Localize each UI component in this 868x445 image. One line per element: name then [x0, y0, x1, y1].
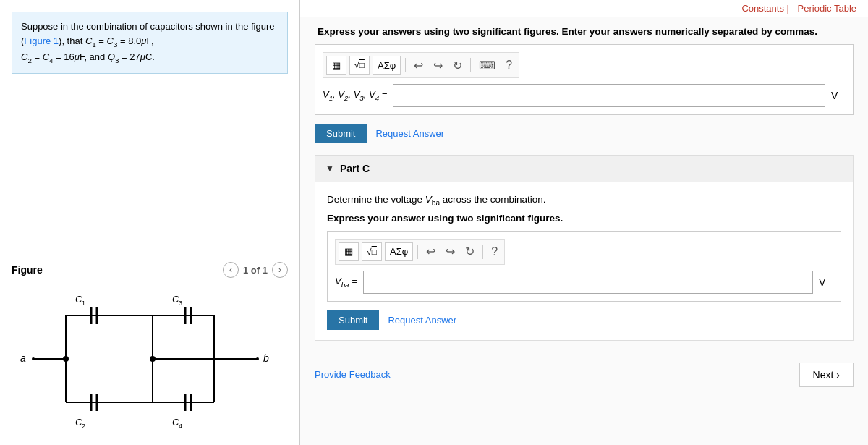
part-c-greek-button[interactable]: AΣφ [385, 242, 413, 261]
svg-text:2: 2 [82, 423, 85, 430]
help-button[interactable]: ? [502, 57, 516, 73]
top-bar: Constants | Periodic Table [300, 0, 868, 17]
part-b-answer-row: V1, V2, V3, V4 = V [323, 84, 846, 107]
keyboard-icon: ⌨ [479, 59, 495, 72]
figure-title: Figure [12, 264, 43, 276]
part-b-action-row: Submit Request Answer [315, 124, 854, 143]
content-area: Express your answers using two significa… [300, 17, 868, 403]
part-c-redo-button[interactable]: ↪ [442, 243, 459, 260]
part-c-section: ▼ Part C Determine the voltage Vba acros… [315, 155, 854, 341]
part-b-toolbar: ▦ √□ AΣφ ↩ ↪ ↻ [323, 52, 519, 78]
part-c-undo-button[interactable]: ↩ [422, 243, 439, 260]
part-c-help-button[interactable]: ? [488, 244, 501, 260]
matrix-icon: ▦ [332, 60, 341, 71]
provide-feedback-link[interactable]: Provide Feedback [315, 369, 391, 380]
figure-next-button[interactable]: › [272, 262, 288, 278]
part-c-request-answer-link[interactable]: Request Answer [388, 315, 456, 326]
figure-label: Figure ‹ 1 of 1 › [12, 262, 288, 278]
part-c-refresh-button[interactable]: ↻ [461, 243, 478, 260]
refresh-button[interactable]: ↻ [449, 57, 466, 74]
part-c-instruction: Express your answer using two significan… [327, 213, 841, 224]
figure-prev-button[interactable]: ‹ [223, 262, 239, 278]
figure-link[interactable]: Figure 1 [24, 35, 59, 46]
figure-nav: ‹ 1 of 1 › [223, 262, 288, 278]
greek-button[interactable]: AΣφ [373, 56, 401, 75]
part-c-toolbar: ▦ √□ AΣφ ↩ ↪ [335, 239, 505, 265]
next-label: Next [813, 369, 834, 381]
undo-button[interactable]: ↩ [410, 57, 427, 74]
figure-count: 1 of 1 [243, 265, 268, 276]
redo-icon: ↪ [433, 59, 443, 72]
part-c-answer-row: Vba = V [335, 271, 833, 294]
part-c-unit: V [819, 276, 833, 288]
greek-icon: AΣφ [378, 60, 396, 71]
keyboard-button[interactable]: ⌨ [475, 57, 499, 74]
refresh-icon: ↻ [453, 59, 462, 72]
part-c-action-row: Submit Request Answer [327, 310, 841, 330]
periodic-table-link[interactable]: Periodic Table [798, 3, 856, 14]
svg-text:b: b [263, 352, 269, 364]
part-c-submit-button[interactable]: Submit [327, 310, 379, 330]
right-panel: Constants | Periodic Table Express your … [300, 0, 868, 445]
part-c-answer-label: Vba = [335, 276, 357, 289]
part-c-toolbar-divider-2 [482, 245, 483, 259]
part-c-refresh-icon: ↻ [465, 245, 475, 258]
part-b-unit: V [831, 90, 846, 101]
part-b-submit-button[interactable]: Submit [315, 124, 367, 143]
part-b-answer-section: Express your answers using two significa… [315, 26, 854, 143]
part-c-header[interactable]: ▼ Part C [315, 156, 853, 182]
svg-point-29 [150, 356, 156, 362]
undo-icon: ↩ [414, 59, 423, 72]
next-button[interactable]: Next › [799, 363, 854, 387]
circuit-diagram: a b C 1 C 2 C 3 C 4 [12, 287, 286, 431]
part-c-body: Determine the voltage Vba across the com… [315, 182, 853, 340]
part-c-redo-icon: ↪ [446, 245, 455, 258]
part-c-sqrt-icon: √□ [367, 247, 377, 257]
svg-point-34 [256, 357, 259, 360]
constants-link[interactable]: Constants [741, 3, 784, 14]
part-b-answer-label: V1, V2, V3, V4 = [323, 89, 387, 102]
bottom-bar: Provide Feedback Next › [315, 355, 854, 394]
svg-text:4: 4 [179, 423, 182, 430]
redo-button[interactable]: ↪ [430, 57, 446, 74]
help-icon: ? [506, 59, 512, 71]
part-b-answer-input[interactable] [393, 84, 825, 107]
svg-text:a: a [20, 352, 26, 364]
left-panel: Suppose in the combination of capacitors… [0, 0, 300, 445]
part-c-greek-icon: AΣφ [390, 246, 408, 257]
part-c-input-section: ▦ √□ AΣφ ↩ ↪ [327, 231, 841, 302]
sqrt-icon: √□ [354, 60, 365, 70]
part-c-help-icon: ? [491, 245, 498, 258]
figure-section: Figure ‹ 1 of 1 › [12, 262, 288, 433]
next-chevron-icon: › [836, 369, 840, 381]
svg-point-32 [32, 357, 35, 360]
part-c-answer-input[interactable] [363, 271, 813, 294]
part-c-arrow-icon: ▼ [326, 164, 334, 174]
svg-text:1: 1 [82, 300, 85, 307]
svg-point-30 [63, 356, 69, 362]
toolbar-divider-2 [470, 58, 471, 72]
part-b-input-section: ▦ √□ AΣφ ↩ ↪ ↻ [315, 44, 854, 115]
part-c-undo-icon: ↩ [426, 245, 435, 258]
part-c-matrix-icon: ▦ [344, 246, 353, 257]
part-b-request-answer-link[interactable]: Request Answer [375, 128, 444, 139]
separator: | [787, 3, 792, 14]
part-c-matrix-button[interactable]: ▦ [339, 242, 359, 261]
sqrt-button[interactable]: √□ [349, 56, 370, 75]
part-c-title: Part C [340, 163, 370, 174]
problem-statement: Suppose in the combination of capacitors… [12, 12, 288, 74]
part-c-toolbar-divider-1 [417, 245, 418, 259]
svg-text:3: 3 [179, 300, 182, 307]
matrix-button[interactable]: ▦ [326, 56, 346, 75]
toolbar-divider-1 [405, 58, 406, 72]
part-c-description: Determine the voltage Vba across the com… [327, 192, 841, 208]
part-c-sqrt-button[interactable]: √□ [362, 242, 382, 261]
part-b-instruction: Express your answers using two significa… [315, 26, 854, 37]
